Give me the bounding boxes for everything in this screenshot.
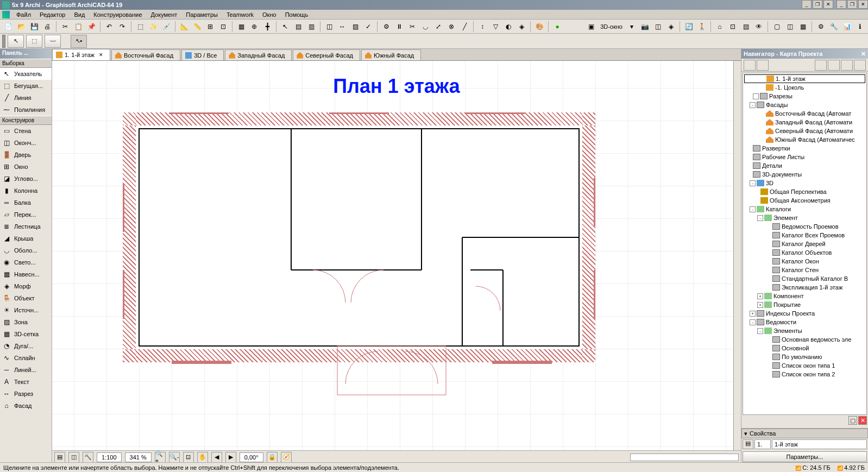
menu-options[interactable]: Параметры xyxy=(181,10,222,19)
opt-2-button[interactable]: 🔧 xyxy=(828,21,840,33)
tree-node-14[interactable]: Общая Аксонометрия xyxy=(744,196,865,205)
nav-view-button[interactable] xyxy=(828,60,840,71)
nav-tb-2[interactable] xyxy=(757,60,769,71)
tool-design-3[interactable]: ⊞Окно xyxy=(0,161,52,173)
menu-window[interactable]: Окно xyxy=(258,10,281,19)
opt-1-button[interactable]: ⚙ xyxy=(815,21,827,33)
zoom-next-button[interactable]: ▶ xyxy=(225,452,236,463)
vc-renov-button[interactable]: 🔨 xyxy=(83,452,93,463)
tree-node-13[interactable]: Общая Перспектива xyxy=(744,187,865,196)
nav-orbit-button[interactable]: 🔄 xyxy=(683,21,695,33)
menu-teamwork[interactable]: Teamwork xyxy=(222,10,258,19)
angle-lock-button[interactable]: 🔒 xyxy=(267,452,278,463)
restore-button[interactable]: ❐ xyxy=(813,0,822,9)
align-button[interactable]: ⊞ xyxy=(204,21,216,33)
tab-close-button[interactable]: ✕ xyxy=(99,52,103,58)
tool-design-17[interactable]: ▦3D-сетка xyxy=(0,328,52,340)
new-button[interactable]: 📄 xyxy=(2,21,14,33)
tree-node-20[interactable]: Каталог Объектов xyxy=(744,248,865,257)
layer-button[interactable]: ▤ xyxy=(292,21,304,33)
surface-button[interactable]: ◈ xyxy=(515,21,527,33)
tree-node-4[interactable]: Восточный Фасад (Автомат xyxy=(744,109,865,118)
tree-toggle[interactable]: - xyxy=(750,102,756,108)
tree-node-8[interactable]: Развертки xyxy=(744,144,865,153)
close-button[interactable]: ✕ xyxy=(823,0,833,9)
render-button[interactable]: 🎨 xyxy=(533,21,545,33)
tree-toggle[interactable]: - xyxy=(757,215,763,221)
opt-3-button[interactable]: 📊 xyxy=(841,21,853,33)
orient-button[interactable]: 🧭 xyxy=(281,452,292,463)
tree-toggle[interactable]: - xyxy=(750,319,756,325)
tool-design-0[interactable]: ▭Стена xyxy=(0,125,52,137)
scrollbar-vertical[interactable] xyxy=(733,61,741,456)
navigator-tree[interactable]: 1. 1-й этаж-1. ЦокольРазрезы-ФасадыВосто… xyxy=(743,73,867,415)
trim-button[interactable]: ✂ xyxy=(406,21,418,33)
tree-node-19[interactable]: Каталог Дверей xyxy=(744,240,865,248)
menu-file[interactable]: Файл xyxy=(12,10,35,19)
tool-design-4[interactable]: ◪Углово... xyxy=(0,173,52,185)
tree-node-26[interactable]: +Покрытие xyxy=(744,300,865,309)
tree-node-30[interactable]: Основная ведомость эле xyxy=(744,335,865,344)
tool-design-2[interactable]: 🚪Дверь xyxy=(0,149,52,161)
close-doc-button[interactable]: ✕ xyxy=(858,0,868,9)
canvas[interactable]: План 1 этажа xyxy=(52,61,741,463)
tool-design-20[interactable]: ─Линей... xyxy=(0,364,52,376)
help-button[interactable]: ● xyxy=(551,21,563,33)
view-tab-5[interactable]: Южный Фасад xyxy=(361,49,421,60)
tree-node-24[interactable]: Экспликация 1-й этаж xyxy=(744,283,865,292)
tool-design-10[interactable]: ◡Оболо... xyxy=(0,244,52,256)
ruler-button[interactable]: 📏 xyxy=(191,21,203,33)
panel-min-button[interactable]: ▢ xyxy=(848,416,857,425)
tool-design-11[interactable]: ◉Свето... xyxy=(0,256,52,268)
arrow-button[interactable]: ↖ xyxy=(279,21,291,33)
tool-design-12[interactable]: ▦Навесн... xyxy=(0,268,52,280)
view-tab-0[interactable]: 1. 1-й этаж✕ xyxy=(52,49,110,60)
tool-design-14[interactable]: 🪑Объект xyxy=(0,292,52,304)
mode-4-button[interactable]: ↖▪ xyxy=(71,35,87,48)
navigator-close-button[interactable]: ✕ xyxy=(861,51,866,58)
tree-node-12[interactable]: -3D xyxy=(744,179,865,187)
nav-pub-button[interactable] xyxy=(854,60,866,71)
app-menu-icon[interactable] xyxy=(2,11,10,18)
fillet-button[interactable]: ◡ xyxy=(419,21,431,33)
3d-axo-button[interactable]: ◈ xyxy=(665,21,677,33)
menu-edit[interactable]: Редактор xyxy=(35,10,70,19)
view-tab-1[interactable]: Восточный Фасад xyxy=(111,49,180,60)
nav-layout-button[interactable] xyxy=(841,60,853,71)
copy-button[interactable]: 📋 xyxy=(72,21,84,33)
tree-node-10[interactable]: Детали xyxy=(744,161,865,170)
zoom-field[interactable]: 341 % xyxy=(125,452,152,462)
dim2-button[interactable]: ↕ xyxy=(476,21,488,33)
minimize-doc-button[interactable]: _ xyxy=(836,0,846,9)
layer2-button[interactable]: ▥ xyxy=(305,21,317,33)
tree-node-22[interactable]: Каталог Стен xyxy=(744,266,865,274)
properties-header[interactable]: ▾ Свойства xyxy=(741,429,868,438)
tool-design-23[interactable]: ⌂Фасад xyxy=(0,400,52,412)
vc-trace-button[interactable]: ◫ xyxy=(68,452,79,463)
undo-button[interactable]: ↶ xyxy=(103,21,115,33)
tree-toggle[interactable] xyxy=(753,93,759,99)
angle-field[interactable]: 0,00° xyxy=(240,452,263,462)
tool-design-13[interactable]: ◈Морф xyxy=(0,280,52,292)
tree-node-23[interactable]: Стандартный Каталог В xyxy=(744,274,865,283)
tree-node-31[interactable]: Основной xyxy=(744,344,865,353)
3d-cam-button[interactable]: 📷 xyxy=(639,21,651,33)
resize-button[interactable]: ⤢ xyxy=(432,21,444,33)
tool-design-6[interactable]: ═Балка xyxy=(0,197,52,209)
tree-node-0[interactable]: 1. 1-й этаж xyxy=(744,74,865,83)
tree-node-5[interactable]: Западный Фасад (Автомати xyxy=(744,118,865,127)
minimize-button[interactable]: _ xyxy=(802,0,812,9)
profile-button[interactable]: ◐ xyxy=(502,21,514,33)
set-button[interactable]: ⚙ xyxy=(380,21,392,33)
tree-node-34[interactable]: Список окон типа 2 xyxy=(744,370,865,379)
intersect-button[interactable]: ⊗ xyxy=(445,21,457,33)
tool-selection-2[interactable]: ╱Линия xyxy=(0,92,52,104)
props-id-field[interactable]: 1. xyxy=(754,439,771,449)
zoom-fit-button[interactable]: ⊡ xyxy=(183,452,194,463)
d1[interactable]: ▾ xyxy=(626,21,638,33)
tree-node-15[interactable]: -Каталоги xyxy=(744,205,865,213)
tool-selection-1[interactable]: ⬚Бегущая... xyxy=(0,80,52,92)
zoom-out-button[interactable]: 🔍- xyxy=(169,452,180,463)
dim-button[interactable]: ↔ xyxy=(336,21,348,33)
view-tab-2[interactable]: 3D / Все xyxy=(181,49,224,60)
